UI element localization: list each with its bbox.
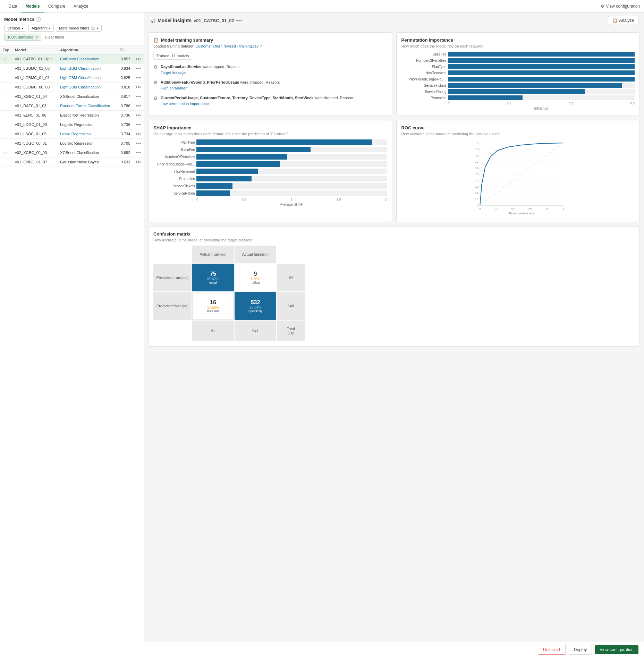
nav-tab-analyze[interactable]: Analyze: [69, 0, 93, 12]
perm-bar-track: [448, 58, 635, 63]
model-metrics-title: Model metrics i: [4, 17, 139, 22]
deselect-model[interactable]: ✕: [50, 57, 53, 61]
svg-text:0.2: 0.2: [475, 191, 479, 195]
table-row[interactable]: v01_RAFC_01_03 Random Forest Classificat…: [0, 101, 144, 111]
remove-sampling-filter[interactable]: ✕: [35, 35, 38, 39]
more-options-cell: •••: [133, 54, 144, 64]
deploy-button[interactable]: Deploy: [569, 645, 592, 655]
algorithm-link[interactable]: LightGBM Classification: [60, 76, 101, 80]
left-panel: Model metrics i Version ▾ Algorithm ▾ Mo…: [0, 12, 144, 657]
table-row[interactable]: v01_LGBMC_01_01 LightGBM Classification …: [0, 73, 144, 83]
view-config-button[interactable]: View configuration: [595, 645, 638, 654]
row-more-options[interactable]: •••: [136, 84, 141, 90]
perm-bar-fill: [448, 83, 622, 88]
shap-bar-fill: [196, 190, 230, 196]
table-row[interactable]: v01_LOGC_00_01 Logistic Regression 0.705…: [0, 139, 144, 148]
roc-title: ROC curve: [401, 125, 635, 130]
svg-text:0: 0: [477, 204, 478, 207]
row-more-options[interactable]: •••: [136, 94, 141, 99]
high-correlation-link[interactable]: High correlation: [161, 86, 187, 90]
algorithm-cell: Random Forest Classification: [57, 101, 117, 111]
table-row[interactable]: v01_ELNC_01_06 Elastic Net Regression 0.…: [0, 111, 144, 120]
perm-bar-fill: [448, 52, 635, 57]
top-cell: [0, 111, 12, 120]
algorithm-link[interactable]: LightGBM Classification: [60, 85, 101, 89]
perm-bar-row: BaseFee: [401, 52, 635, 57]
low-perm-link[interactable]: Low permutation importance: [161, 102, 209, 106]
algorithm-link[interactable]: Random Forest Classification: [60, 104, 110, 108]
drop-icon-1: ⚙: [153, 64, 158, 70]
table-row[interactable]: v01_LGBMC_00_00 LightGBM Classification …: [0, 83, 144, 92]
analyze-icon: 📋: [612, 18, 618, 23]
algorithm-cell: LightGBM Classification: [57, 73, 117, 83]
table-row[interactable]: ☆ v01_CATBC_01_02✕ CatBoost Classificati…: [0, 54, 144, 64]
perm-bar-label: NumberOfPenalties: [401, 59, 447, 62]
top-star-icon: ☆: [3, 150, 7, 155]
training-summary-card: 📋 Model training summary Loaded training…: [148, 32, 392, 116]
delete-button[interactable]: Delete v1: [538, 645, 566, 655]
analyze-button[interactable]: 📋 Analyze: [608, 16, 638, 25]
info-icon[interactable]: i: [36, 17, 41, 22]
row-more-options[interactable]: •••: [136, 122, 141, 127]
nav-tab-models[interactable]: Models: [21, 0, 44, 12]
row-more-options[interactable]: •••: [136, 150, 141, 155]
dataset-link[interactable]: Customer churn revised - training.csv: [195, 44, 259, 48]
sampling-tag: 100% sampling ✕: [4, 34, 41, 41]
shap-bar-label: ServiceTickets: [153, 184, 195, 188]
cards-row-1: 📋 Model training summary Loaded training…: [148, 32, 640, 116]
nav-tab-compare[interactable]: Compare: [44, 0, 69, 12]
table-row[interactable]: ☆ v02_XGBC_00_00 XGBoost Classification …: [0, 148, 144, 157]
view-config-nav[interactable]: ⚙ View configuration: [601, 4, 640, 9]
shap-axis: 00.511.52: [196, 198, 387, 201]
shap-bar-row: PriorPeriodUsage-Rou...: [153, 161, 387, 167]
version-filter[interactable]: Version ▾: [4, 25, 26, 32]
table-row[interactable]: v01_GNBC_01_07 Gaussian Naive Bayes 0.63…: [0, 157, 144, 167]
model-name-cell: v01_LGBMC_01_01: [12, 73, 57, 83]
algorithm-filter[interactable]: Algorithm ▾: [28, 25, 54, 32]
row-more-options[interactable]: •••: [136, 75, 141, 80]
row-more-options[interactable]: •••: [136, 159, 141, 165]
row-more-options[interactable]: •••: [136, 140, 141, 146]
row-more-options[interactable]: •••: [136, 56, 141, 62]
algorithm-cell: LightGBM Classification: [57, 83, 117, 92]
shap-bar-row: HasRenewed: [153, 169, 387, 174]
svg-text:False positive rate: False positive rate: [509, 212, 534, 215]
table-row[interactable]: v01_LOGC_01_00 Logistic Regression 0.736…: [0, 120, 144, 129]
top-cell: [0, 92, 12, 101]
nav-tab-data[interactable]: Data: [4, 0, 21, 12]
perm-bar-track: [448, 52, 635, 57]
drop-item-2: ⚙ AdditionalFeatureSpend, PriorPeriodUsa…: [153, 79, 387, 91]
insights-title: 📊 Model insights v01_CATBC_01_02 •••: [150, 18, 243, 23]
table-row[interactable]: v01_LGBMC_01_08 LightGBM Classification …: [0, 64, 144, 73]
col-header-model[interactable]: Model: [12, 46, 57, 54]
svg-text:0.1: 0.1: [475, 198, 479, 201]
col-header-f1[interactable]: F1: [117, 46, 133, 54]
algorithm-link: Logistic Regression: [60, 141, 93, 145]
more-filters[interactable]: More model filters 1 ▾: [56, 25, 102, 32]
external-link-icon: ↗: [260, 44, 263, 48]
top-cell: ☆: [0, 54, 12, 64]
table-row[interactable]: v01_LSOC_01_05 Lasso Regression 0.734 ••…: [0, 129, 144, 139]
target-leakage-link[interactable]: Target leakage: [161, 70, 186, 75]
svg-text:1: 1: [562, 207, 564, 210]
cm-actual-true-header: Actual true(yes): [192, 246, 234, 263]
col-header-algorithm[interactable]: Algorithm: [57, 46, 117, 54]
row-more-options[interactable]: •••: [136, 131, 141, 137]
shap-bar-label: NumberOfPenalties: [153, 155, 195, 159]
top-cell: [0, 129, 12, 139]
algorithm-link[interactable]: LightGBM Classification: [60, 66, 101, 70]
table-row[interactable]: v01_XGBC_01_04 XGBoost Classification 0.…: [0, 92, 144, 101]
f1-cell: 0.705: [117, 139, 133, 148]
perm-bar-label: PlanType: [401, 65, 447, 69]
row-more-options[interactable]: •••: [136, 112, 141, 118]
clear-filters[interactable]: Clear filters: [43, 34, 66, 40]
insights-more-options[interactable]: •••: [236, 18, 243, 23]
shap-bar-fill: [196, 183, 232, 189]
row-more-options[interactable]: •••: [136, 103, 141, 109]
row-more-options[interactable]: •••: [136, 66, 141, 71]
algorithm-chevron: ▾: [49, 26, 51, 30]
algorithm-link[interactable]: Lasso Regression: [60, 132, 91, 136]
algorithm-link[interactable]: CatBoost Classification: [60, 57, 99, 61]
f1-cell: 0.786: [117, 101, 133, 111]
drop-icon-3: ⚙: [153, 95, 158, 101]
